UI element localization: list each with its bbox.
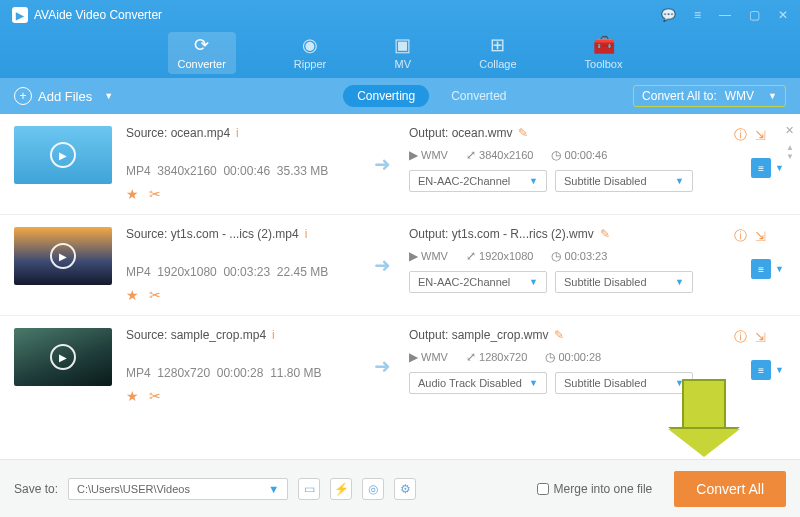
high-speed-button[interactable]: ◎ bbox=[362, 478, 384, 500]
compress-icon[interactable]: ⇲ bbox=[755, 229, 766, 244]
edit-icon[interactable]: ✎ bbox=[554, 328, 564, 342]
save-path-dropdown[interactable]: C:\Users\USER\Videos ▼ bbox=[68, 478, 288, 500]
output-preset-button[interactable]: ≡▼ bbox=[751, 360, 784, 380]
collage-icon: ⊞ bbox=[490, 36, 505, 54]
edit-icon[interactable]: ✎ bbox=[518, 126, 528, 140]
minimize-icon[interactable]: — bbox=[719, 8, 731, 22]
cut-icon[interactable]: ✂ bbox=[149, 287, 161, 303]
compress-icon[interactable]: ⇲ bbox=[755, 128, 766, 143]
audio-track-dropdown[interactable]: EN-AAC-2Channel▼ bbox=[409, 271, 547, 293]
tab-ripper[interactable]: ◉ Ripper bbox=[284, 32, 336, 74]
output-duration: 00:00:28 bbox=[558, 351, 601, 363]
tab-collage[interactable]: ⊞ Collage bbox=[469, 32, 526, 74]
menu-icon[interactable]: ≡ bbox=[694, 8, 701, 22]
output-format: WMV bbox=[421, 351, 448, 363]
tab-mv[interactable]: ▣ MV bbox=[384, 32, 421, 74]
gpu-accel-button[interactable]: ⚡ bbox=[330, 478, 352, 500]
chevron-down-icon: ▼ bbox=[268, 483, 279, 495]
merge-checkbox[interactable]: Merge into one file bbox=[537, 482, 653, 496]
toolbox-icon: 🧰 bbox=[593, 36, 615, 54]
plus-icon: + bbox=[14, 87, 32, 105]
subtitle-dropdown[interactable]: Subtitle Disabled▼ bbox=[555, 170, 693, 192]
info-icon[interactable]: ⓘ bbox=[734, 227, 747, 245]
source-label: Source: ocean.mp4 bbox=[126, 126, 230, 140]
feedback-icon[interactable]: 💬 bbox=[661, 8, 676, 22]
reorder-handles[interactable]: ▲▼ bbox=[786, 144, 794, 162]
source-duration: 00:03:23 bbox=[223, 265, 270, 279]
chevron-down-icon: ▼ bbox=[529, 378, 538, 388]
info-icon[interactable]: ⓘ bbox=[734, 328, 747, 346]
subtitle-dropdown[interactable]: Subtitle Disabled▼ bbox=[555, 372, 693, 394]
merge-checkbox-input[interactable] bbox=[537, 483, 549, 495]
chevron-down-icon: ▼ bbox=[529, 176, 538, 186]
clock-icon: ◷ bbox=[551, 148, 561, 162]
info-icon[interactable]: i bbox=[236, 126, 239, 140]
star-icon[interactable]: ★ bbox=[126, 388, 139, 404]
audio-track-dropdown[interactable]: EN-AAC-2Channel▼ bbox=[409, 170, 547, 192]
source-duration: 00:00:46 bbox=[223, 164, 270, 178]
tab-toolbox[interactable]: 🧰 Toolbox bbox=[575, 32, 633, 74]
tab-label: MV bbox=[394, 58, 411, 70]
video-thumbnail[interactable]: ▶ bbox=[14, 126, 112, 184]
info-icon[interactable]: i bbox=[305, 227, 308, 241]
video-icon: ▶ bbox=[409, 148, 418, 162]
source-size: 35.33 MB bbox=[277, 164, 328, 178]
video-thumbnail[interactable]: ▶ bbox=[14, 328, 112, 386]
info-icon[interactable]: ⓘ bbox=[734, 126, 747, 144]
merge-label: Merge into one file bbox=[554, 482, 653, 496]
output-duration: 00:03:23 bbox=[565, 250, 608, 262]
output-label: Output: yt1s.com - R...rics (2).wmv bbox=[409, 227, 594, 241]
clock-icon: ◷ bbox=[545, 350, 555, 364]
source-resolution: 1920x1080 bbox=[157, 265, 216, 279]
subtitle-value: Subtitle Disabled bbox=[564, 377, 647, 389]
subtitle-value: Subtitle Disabled bbox=[564, 276, 647, 288]
open-folder-button[interactable]: ▭ bbox=[298, 478, 320, 500]
output-duration: 00:00:46 bbox=[565, 149, 608, 161]
save-to-label: Save to: bbox=[14, 482, 58, 496]
output-preset-button[interactable]: ≡▼ bbox=[751, 158, 784, 178]
star-icon[interactable]: ★ bbox=[126, 186, 139, 202]
tab-label: Converter bbox=[178, 58, 226, 70]
preset-icon: ≡ bbox=[751, 360, 771, 380]
tab-converter[interactable]: ⟳ Converter bbox=[168, 32, 236, 74]
arrow-right-icon: ➜ bbox=[374, 152, 391, 176]
add-files-button[interactable]: + Add Files ▼ bbox=[14, 87, 113, 105]
list-item: ▶ Source: sample_crop.mp4i MP4 1280x720 … bbox=[0, 315, 800, 416]
output-resolution: 3840x2160 bbox=[479, 149, 533, 161]
tab-label: Ripper bbox=[294, 58, 326, 70]
tab-label: Toolbox bbox=[585, 58, 623, 70]
star-icon[interactable]: ★ bbox=[126, 287, 139, 303]
compress-icon[interactable]: ⇲ bbox=[755, 330, 766, 345]
settings-dropdown[interactable]: ⚙ bbox=[394, 478, 416, 500]
audio-track-dropdown[interactable]: Audio Track Disabled▼ bbox=[409, 372, 547, 394]
cut-icon[interactable]: ✂ bbox=[149, 186, 161, 202]
source-format: MP4 bbox=[126, 265, 151, 279]
subtitle-dropdown[interactable]: Subtitle Disabled▼ bbox=[555, 271, 693, 293]
app-logo: ▶ bbox=[12, 7, 28, 23]
convert-all-format-value: WMV bbox=[725, 89, 754, 103]
chevron-down-icon: ▼ bbox=[675, 176, 684, 186]
audio-value: Audio Track Disabled bbox=[418, 377, 522, 389]
status-converted[interactable]: Converted bbox=[437, 85, 520, 107]
chevron-down-icon: ▼ bbox=[675, 378, 684, 388]
file-list: ▶ Source: ocean.mp4i MP4 3840x2160 00:00… bbox=[0, 114, 800, 459]
info-icon[interactable]: i bbox=[272, 328, 275, 342]
preset-icon: ≡ bbox=[751, 259, 771, 279]
maximize-icon[interactable]: ▢ bbox=[749, 8, 760, 22]
convert-all-to-label: Convert All to: bbox=[642, 89, 717, 103]
convert-all-format-dropdown[interactable]: Convert All to: WMV ▼ bbox=[633, 85, 786, 107]
remove-item-icon[interactable]: ✕ bbox=[785, 124, 794, 137]
cut-icon[interactable]: ✂ bbox=[149, 388, 161, 404]
output-preset-button[interactable]: ≡▼ bbox=[751, 259, 784, 279]
expand-icon: ⤢ bbox=[466, 249, 476, 263]
arrow-right-icon: ➜ bbox=[374, 354, 391, 378]
audio-value: EN-AAC-2Channel bbox=[418, 276, 510, 288]
close-icon[interactable]: ✕ bbox=[778, 8, 788, 22]
source-size: 22.45 MB bbox=[277, 265, 328, 279]
source-size: 11.80 MB bbox=[270, 366, 321, 380]
video-thumbnail[interactable]: ▶ bbox=[14, 227, 112, 285]
convert-all-button[interactable]: Convert All bbox=[674, 471, 786, 507]
edit-icon[interactable]: ✎ bbox=[600, 227, 610, 241]
status-converting[interactable]: Converting bbox=[343, 85, 429, 107]
subtitle-value: Subtitle Disabled bbox=[564, 175, 647, 187]
